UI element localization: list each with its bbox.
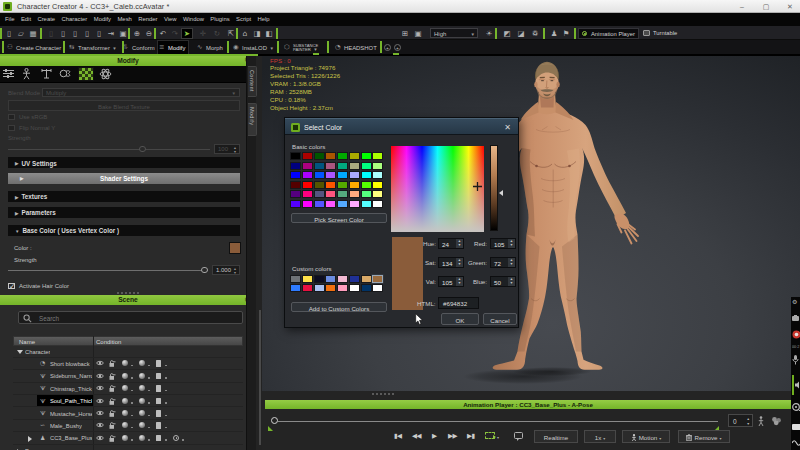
search-input[interactable]: Search — [18, 311, 243, 324]
menu-create[interactable]: Create — [34, 13, 58, 22]
camera-icon[interactable] — [792, 315, 800, 321]
basic-color-swatch[interactable] — [291, 182, 300, 188]
basic-color-swatch[interactable] — [326, 172, 335, 178]
option-dot[interactable] — [148, 390, 150, 392]
shadow-sphere-icon[interactable] — [139, 410, 145, 416]
morph-tab-icon[interactable] — [59, 68, 74, 81]
panel-grip[interactable] — [117, 292, 139, 294]
lock-icon[interactable] — [109, 435, 117, 442]
toolbar-icon[interactable]: ▦ — [28, 29, 38, 38]
basic-color-swatch[interactable] — [315, 201, 324, 207]
option-dot[interactable] — [165, 402, 167, 404]
webcam-icon[interactable] — [792, 403, 800, 412]
basic-color-swatch[interactable] — [303, 172, 312, 178]
toolbar-icon[interactable]: ⊖ — [144, 29, 154, 38]
material-tab-icon[interactable] — [99, 68, 114, 81]
basic-color-swatch[interactable] — [350, 172, 359, 178]
timeline-playhead[interactable] — [271, 417, 278, 424]
basic-color-swatch[interactable] — [338, 172, 347, 178]
sat-spinbox[interactable]: 134▲▼ — [438, 257, 464, 268]
val-spinbox[interactable]: 105▲▼ — [438, 276, 464, 287]
basic-color-swatch[interactable] — [338, 201, 347, 207]
custom-color-swatch[interactable] — [291, 285, 300, 291]
basic-color-swatch[interactable] — [362, 172, 371, 178]
dialog-close-button[interactable]: ✕ — [504, 123, 511, 132]
section-textures[interactable]: ▶Textures — [8, 191, 240, 202]
toolbar-icon[interactable]: ▯ — [46, 29, 56, 38]
clone-icon[interactable] — [156, 422, 161, 429]
value-slider[interactable] — [490, 145, 498, 231]
basic-color-swatch[interactable] — [373, 153, 382, 159]
strength2-slider-track[interactable] — [8, 270, 208, 271]
basic-color-swatch[interactable] — [291, 201, 300, 207]
toolbar-icon[interactable]: ⚑ — [561, 29, 571, 38]
play-button[interactable]: ▶ — [432, 432, 437, 440]
tab-modify[interactable]: Modify — [248, 103, 257, 136]
toolbar-icon[interactable]: ◩ — [502, 29, 512, 38]
tab-create-character[interactable]: ⚇Create Character — [6, 41, 64, 54]
toolbar-icon[interactable]: ▯ — [58, 29, 68, 38]
expand-triangle-icon[interactable] — [17, 350, 23, 354]
option-dot[interactable] — [131, 390, 133, 392]
strength-slider-track[interactable] — [8, 149, 210, 150]
collapse-triangle-icon[interactable] — [28, 436, 32, 442]
tab-headshot[interactable]: ◔HEADSHOT — [334, 41, 380, 54]
basic-color-swatch[interactable] — [350, 182, 359, 188]
section-uv-settings[interactable]: ▶UV Settings — [8, 157, 240, 168]
menu-mesh[interactable]: Mesh — [114, 13, 135, 22]
add-custom-colors-button[interactable]: Add to Custom Colors — [291, 302, 387, 313]
custom-color-swatch[interactable] — [362, 276, 371, 282]
basic-color-swatch[interactable] — [291, 163, 300, 169]
menu-view[interactable]: View — [161, 13, 180, 22]
visibility-eye-icon[interactable] — [96, 385, 104, 391]
basic-color-swatch[interactable] — [291, 191, 300, 197]
custom-color-swatch[interactable] — [350, 276, 359, 282]
motion-button[interactable]: Motion▾ — [622, 430, 670, 443]
lock-icon[interactable] — [109, 385, 117, 392]
custom-color-swatch[interactable] — [291, 276, 300, 282]
option-dot[interactable] — [148, 365, 150, 367]
hue-sat-picker[interactable] — [391, 146, 484, 232]
wave-icon[interactable] — [792, 440, 800, 446]
toolbar-icon[interactable]: ▯ — [4, 29, 14, 38]
basic-color-swatch[interactable] — [315, 182, 324, 188]
shadow-sphere-icon[interactable] — [139, 422, 145, 428]
strength2-slider-knob[interactable] — [201, 267, 208, 274]
sliders-tab-icon[interactable] — [2, 68, 17, 81]
section-base-color[interactable]: ▼Base Color ( Uses Vertex Color ) — [8, 225, 240, 236]
custom-color-swatch[interactable] — [362, 285, 371, 291]
column-condition[interactable]: Condition — [96, 339, 121, 345]
scene-row-prop[interactable]: Prop — [13, 445, 243, 450]
visibility-eye-icon[interactable] — [96, 422, 104, 428]
basic-color-swatch[interactable] — [338, 153, 347, 159]
spin-arrows-icon[interactable]: ▲▼ — [232, 146, 238, 154]
spin-arrows-icon[interactable]: ▲▼ — [508, 277, 515, 287]
speaker-icon[interactable] — [795, 381, 800, 389]
toolbar-icon[interactable]: ♽ — [530, 29, 540, 38]
skin-tab-icon[interactable] — [21, 68, 36, 81]
tab-content[interactable]: Content — [248, 66, 257, 97]
next-frame-button[interactable]: ▶▶ — [448, 432, 457, 440]
menu-render[interactable]: Render — [135, 13, 161, 22]
basic-color-swatch[interactable] — [326, 163, 335, 169]
loop-button[interactable]: ▾ — [485, 432, 499, 440]
shadow-sphere-icon[interactable] — [139, 398, 145, 404]
lock-icon[interactable] — [109, 422, 117, 429]
option-dot[interactable] — [165, 390, 167, 392]
option-dot[interactable] — [165, 439, 167, 441]
option-dot[interactable] — [131, 415, 133, 417]
option-dot[interactable] — [131, 365, 133, 367]
basic-color-swatch[interactable] — [350, 191, 359, 197]
clone-icon[interactable] — [156, 398, 161, 405]
section-parameters[interactable]: ▶Parameters — [8, 207, 240, 218]
scene-row-sideburns-narrow[interactable]: ᗐSideburns_Narrow — [13, 370, 243, 382]
option-dot[interactable] — [148, 377, 150, 379]
strength2-spinbox[interactable]: 1.000▲▼ — [212, 265, 240, 275]
microphone-icon[interactable] — [792, 355, 800, 365]
remove-button[interactable]: Remove▾ — [678, 430, 730, 443]
settings-icon[interactable]: ⚙ — [792, 299, 800, 305]
material-sphere-icon[interactable] — [122, 385, 128, 391]
texture-tab-icon-active[interactable] — [79, 68, 93, 80]
dialog-titlebar[interactable]: Select Color ✕ — [285, 118, 518, 135]
prev-frame-button[interactable]: ◀◀ — [412, 432, 421, 440]
